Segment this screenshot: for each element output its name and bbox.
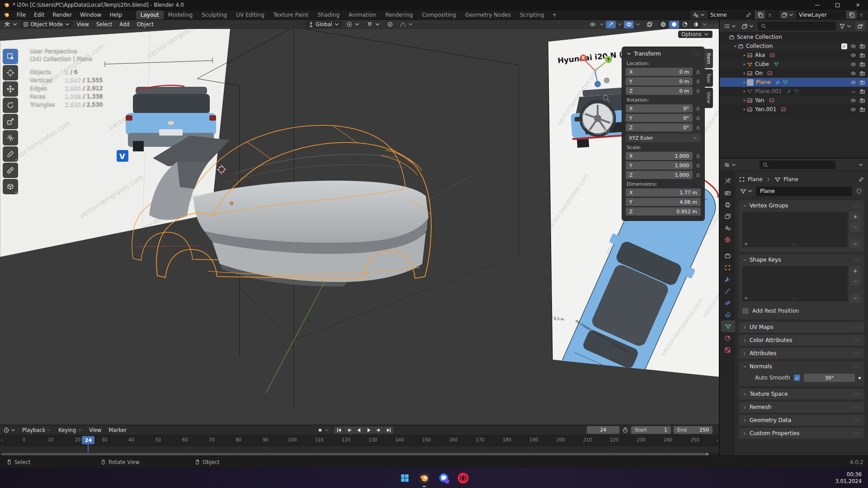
outliner-filter-button[interactable] <box>838 23 854 30</box>
collection-checkbox[interactable]: ✓ <box>841 43 847 49</box>
disclosure-closed-icon[interactable] <box>741 53 747 57</box>
panel-header-geometry-data[interactable]: Geometry Data:::: <box>739 415 864 426</box>
add-workspace-button[interactable]: + <box>548 11 561 18</box>
gizmos-toggle[interactable] <box>606 21 616 28</box>
frame-end-field[interactable]: End250 <box>674 426 712 434</box>
scale-y-field[interactable]: Y1.000 <box>626 161 701 169</box>
disclosure-closed-icon[interactable] <box>741 71 747 75</box>
panel-header-remesh[interactable]: Remesh:::: <box>739 402 864 413</box>
properties-tab-modifiers[interactable] <box>720 273 735 285</box>
tool-cursor[interactable] <box>3 65 18 80</box>
sidebar-tab-item[interactable]: Item <box>704 49 713 68</box>
jump-to-start-button[interactable] <box>334 427 344 434</box>
rotation-z-field[interactable]: Z0° <box>626 123 701 131</box>
tool-select-box[interactable] <box>3 49 18 64</box>
taskbar-clock[interactable]: 00:36 3.01.2024 <box>835 468 862 488</box>
properties-search-input[interactable] <box>760 160 835 169</box>
outliner-search-input[interactable] <box>758 22 836 30</box>
properties-tab-material[interactable] <box>720 332 735 344</box>
outliner-row-yan-001[interactable]: Yan.001 <box>720 105 868 114</box>
dimensions-z-field[interactable]: Z0.952 m <box>626 207 701 216</box>
timeline-menu-playback[interactable]: Playback <box>19 427 55 434</box>
tool-scale[interactable] <box>3 114 18 129</box>
workspace-tab-layout[interactable]: Layout <box>136 10 164 19</box>
disclosure-closed-icon[interactable] <box>741 62 747 66</box>
lock-icon[interactable] <box>693 88 701 94</box>
shading-rendered-button[interactable] <box>691 21 701 28</box>
lock-icon[interactable] <box>693 153 701 159</box>
outliner-display-mode-button[interactable] <box>722 23 738 30</box>
panel-header-color-attributes[interactable]: Color Attributes:::: <box>739 335 864 346</box>
taskbar-blender-app[interactable] <box>418 472 431 484</box>
outliner-row-plane[interactable]: Plane <box>720 78 868 87</box>
workspace-tab-texture-paint[interactable]: Texture Paint <box>269 10 313 19</box>
expand-arrow[interactable]: › <box>1 438 3 443</box>
camera-icon[interactable] <box>859 89 865 94</box>
properties-tab-tool[interactable] <box>720 175 735 187</box>
auto-smooth-checkbox[interactable]: ✓ <box>794 375 800 381</box>
sidebar-tab-tool[interactable]: Tool <box>704 69 713 87</box>
camera-icon[interactable] <box>859 70 865 76</box>
outliner-row-collection[interactable]: Collection✓ <box>720 42 868 51</box>
new-view-layer-icon[interactable] <box>849 12 855 18</box>
properties-tab-texture[interactable] <box>720 344 735 356</box>
start-button[interactable] <box>399 472 411 484</box>
properties-tab-render[interactable] <box>720 187 735 198</box>
editor-type-button[interactable] <box>2 21 20 28</box>
camera-icon[interactable] <box>859 80 865 85</box>
view-layer-selector[interactable]: ViewLayer <box>779 10 866 19</box>
sidebar-tab-view[interactable]: View <box>704 88 713 108</box>
proportional-edit-toggle[interactable] <box>385 21 396 28</box>
lock-icon[interactable] <box>693 125 701 130</box>
shading-material-button[interactable] <box>680 21 690 28</box>
camera-icon[interactable] <box>859 98 865 103</box>
properties-tab-constraints[interactable] <box>720 309 735 320</box>
chevron-down-icon[interactable] <box>702 21 708 28</box>
properties-tab-data[interactable] <box>721 320 735 332</box>
collapse-icon[interactable] <box>626 51 632 57</box>
panel-header-custom-properties[interactable]: Custom Properties:::: <box>739 428 864 439</box>
disclosure-open-icon[interactable] <box>732 44 738 48</box>
camera-icon[interactable] <box>859 61 865 67</box>
taskbar-opera-app[interactable] <box>457 472 470 484</box>
disclosure-closed-icon[interactable] <box>741 89 747 94</box>
camera-icon[interactable] <box>859 107 865 113</box>
jump-to-end-button[interactable] <box>384 427 393 434</box>
workspace-tab-uv-editing[interactable]: UV Editing <box>231 10 269 19</box>
scale-z-field[interactable]: Z1.000 <box>626 171 701 179</box>
unlink-scene-icon[interactable] <box>767 12 773 18</box>
add-rest-position-checkbox[interactable] <box>742 308 749 314</box>
location-x-field[interactable]: X0 m <box>626 68 701 76</box>
next-keyframe-button[interactable] <box>374 427 383 434</box>
lock-icon[interactable] <box>693 163 701 168</box>
eye-icon[interactable] <box>850 98 856 103</box>
shading-solid-button[interactable] <box>669 21 679 28</box>
outliner-row-yan[interactable]: Yan <box>720 96 868 105</box>
new-scene-icon[interactable] <box>757 12 764 18</box>
eye-icon[interactable] <box>850 61 856 67</box>
menu-render[interactable]: Render <box>48 11 76 19</box>
camera-icon[interactable] <box>859 43 865 49</box>
viewport-menu-view[interactable]: View <box>73 21 92 28</box>
properties-tab-output[interactable] <box>720 198 735 210</box>
camera-icon[interactable] <box>859 52 865 58</box>
3d-viewport-canvas[interactable]: vector-templates.comvector-templates.com… <box>0 20 719 425</box>
vertex-groups-specials-button[interactable] <box>850 239 861 249</box>
outliner-row-cube[interactable]: Cube <box>720 60 868 69</box>
3d-viewport[interactable]: vector-templates.comvector-templates.com… <box>0 20 719 425</box>
disclosure-closed-icon[interactable] <box>741 80 747 84</box>
add-shape-keys-button[interactable] <box>850 266 861 276</box>
remove-shape-keys-button[interactable] <box>850 277 861 286</box>
workspace-tab-compositing[interactable]: Compositing <box>417 10 460 19</box>
pin-icon[interactable] <box>745 12 752 18</box>
menu-file[interactable]: File <box>13 11 30 19</box>
scene-selector[interactable]: Scene <box>690 10 775 19</box>
disclosure-closed-icon[interactable] <box>741 99 747 103</box>
eye-closed-icon[interactable] <box>850 89 856 94</box>
disclosure-closed-icon[interactable] <box>741 108 747 112</box>
properties-tab-particles[interactable] <box>720 285 735 297</box>
auto-keying-button[interactable] <box>316 427 331 434</box>
workspace-tab-scripting[interactable]: Scripting <box>515 10 548 19</box>
tool-rotate[interactable] <box>3 98 18 113</box>
rotation-x-field[interactable]: X0° <box>626 104 701 113</box>
